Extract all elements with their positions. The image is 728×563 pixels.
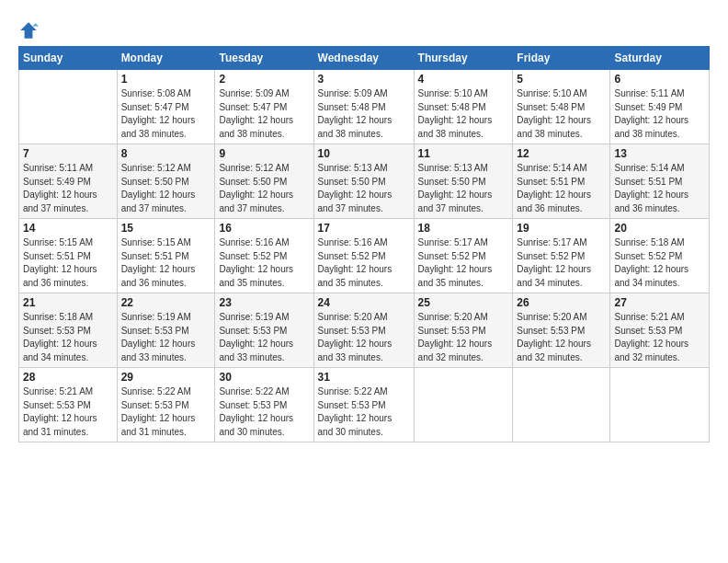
day-number: 29 [121, 371, 211, 384]
day-cell: 4Sunrise: 5:10 AM Sunset: 5:48 PM Daylig… [414, 70, 513, 144]
day-number: 20 [614, 222, 705, 235]
day-cell: 25Sunrise: 5:20 AM Sunset: 5:53 PM Dayli… [414, 293, 513, 368]
week-row-4: 21Sunrise: 5:18 AM Sunset: 5:53 PM Dayli… [19, 293, 710, 368]
day-number: 4 [418, 73, 509, 86]
day-number: 31 [318, 371, 410, 384]
day-cell: 10Sunrise: 5:13 AM Sunset: 5:50 PM Dayli… [313, 144, 414, 219]
week-row-5: 28Sunrise: 5:21 AM Sunset: 5:53 PM Dayli… [19, 368, 710, 442]
day-number: 11 [418, 147, 509, 160]
day-number: 22 [121, 296, 211, 309]
day-number: 5 [517, 73, 606, 86]
day-number: 14 [23, 222, 113, 235]
day-cell: 13Sunrise: 5:14 AM Sunset: 5:51 PM Dayli… [610, 144, 710, 219]
day-cell: 12Sunrise: 5:14 AM Sunset: 5:51 PM Dayli… [513, 144, 610, 219]
day-number: 1 [121, 73, 211, 86]
day-cell: 8Sunrise: 5:12 AM Sunset: 5:50 PM Daylig… [117, 144, 215, 219]
week-row-3: 14Sunrise: 5:15 AM Sunset: 5:51 PM Dayli… [19, 219, 710, 293]
day-cell: 9Sunrise: 5:12 AM Sunset: 5:50 PM Daylig… [215, 144, 313, 219]
day-number: 18 [418, 222, 509, 235]
day-number: 21 [23, 296, 113, 309]
day-detail: Sunrise: 5:16 AM Sunset: 5:52 PM Dayligh… [318, 236, 410, 290]
svg-marker-1 [32, 23, 39, 26]
day-number: 7 [23, 147, 113, 160]
day-number: 23 [219, 296, 309, 309]
day-cell: 1Sunrise: 5:08 AM Sunset: 5:47 PM Daylig… [117, 70, 215, 144]
header-cell-tuesday: Tuesday [215, 47, 313, 70]
day-cell: 28Sunrise: 5:21 AM Sunset: 5:53 PM Dayli… [19, 368, 118, 442]
day-cell: 5Sunrise: 5:10 AM Sunset: 5:48 PM Daylig… [513, 70, 610, 144]
day-detail: Sunrise: 5:13 AM Sunset: 5:50 PM Dayligh… [318, 162, 410, 215]
day-number: 25 [418, 296, 509, 309]
day-number: 9 [219, 147, 309, 160]
day-detail: Sunrise: 5:12 AM Sunset: 5:50 PM Dayligh… [219, 162, 309, 215]
day-detail: Sunrise: 5:16 AM Sunset: 5:52 PM Dayligh… [219, 236, 309, 290]
day-detail: Sunrise: 5:10 AM Sunset: 5:48 PM Dayligh… [517, 87, 606, 141]
day-cell: 19Sunrise: 5:17 AM Sunset: 5:52 PM Dayli… [513, 219, 610, 293]
day-number: 6 [614, 73, 705, 86]
day-detail: Sunrise: 5:09 AM Sunset: 5:47 PM Dayligh… [219, 87, 309, 141]
day-detail: Sunrise: 5:22 AM Sunset: 5:53 PM Dayligh… [121, 385, 211, 439]
day-cell: 6Sunrise: 5:11 AM Sunset: 5:49 PM Daylig… [610, 70, 710, 144]
day-cell: 16Sunrise: 5:16 AM Sunset: 5:52 PM Dayli… [215, 219, 313, 293]
page: SundayMondayTuesdayWednesdayThursdayFrid… [0, 0, 728, 452]
logo-icon [18, 20, 39, 40]
day-detail: Sunrise: 5:11 AM Sunset: 5:49 PM Dayligh… [23, 162, 113, 215]
day-number: 27 [614, 296, 705, 309]
header [18, 17, 710, 40]
header-row: SundayMondayTuesdayWednesdayThursdayFrid… [19, 47, 710, 70]
calendar-header: SundayMondayTuesdayWednesdayThursdayFrid… [19, 47, 710, 70]
day-number: 30 [219, 371, 309, 384]
day-detail: Sunrise: 5:18 AM Sunset: 5:53 PM Dayligh… [23, 311, 113, 364]
day-cell: 3Sunrise: 5:09 AM Sunset: 5:48 PM Daylig… [313, 70, 414, 144]
day-detail: Sunrise: 5:13 AM Sunset: 5:50 PM Dayligh… [418, 162, 509, 215]
header-cell-sunday: Sunday [19, 47, 118, 70]
day-number: 28 [23, 371, 113, 384]
day-detail: Sunrise: 5:21 AM Sunset: 5:53 PM Dayligh… [614, 311, 705, 364]
day-cell: 14Sunrise: 5:15 AM Sunset: 5:51 PM Dayli… [19, 219, 118, 293]
day-detail: Sunrise: 5:11 AM Sunset: 5:49 PM Dayligh… [614, 87, 705, 141]
day-detail: Sunrise: 5:21 AM Sunset: 5:53 PM Dayligh… [23, 385, 113, 439]
day-cell: 30Sunrise: 5:22 AM Sunset: 5:53 PM Dayli… [215, 368, 313, 442]
calendar-table: SundayMondayTuesdayWednesdayThursdayFrid… [18, 46, 710, 442]
day-detail: Sunrise: 5:18 AM Sunset: 5:52 PM Dayligh… [614, 236, 705, 290]
header-cell-wednesday: Wednesday [313, 47, 414, 70]
day-number: 19 [517, 222, 606, 235]
day-cell: 21Sunrise: 5:18 AM Sunset: 5:53 PM Dayli… [19, 293, 118, 368]
day-cell: 24Sunrise: 5:20 AM Sunset: 5:53 PM Dayli… [313, 293, 414, 368]
svg-marker-0 [20, 22, 37, 39]
day-cell: 27Sunrise: 5:21 AM Sunset: 5:53 PM Dayli… [610, 293, 710, 368]
day-cell: 7Sunrise: 5:11 AM Sunset: 5:49 PM Daylig… [19, 144, 118, 219]
day-cell: 20Sunrise: 5:18 AM Sunset: 5:52 PM Dayli… [610, 219, 710, 293]
day-detail: Sunrise: 5:12 AM Sunset: 5:50 PM Dayligh… [121, 162, 211, 215]
day-detail: Sunrise: 5:19 AM Sunset: 5:53 PM Dayligh… [121, 311, 211, 364]
day-cell: 31Sunrise: 5:22 AM Sunset: 5:53 PM Dayli… [313, 368, 414, 442]
day-detail: Sunrise: 5:20 AM Sunset: 5:53 PM Dayligh… [517, 311, 606, 364]
day-detail: Sunrise: 5:14 AM Sunset: 5:51 PM Dayligh… [517, 162, 606, 215]
day-number: 10 [318, 147, 410, 160]
day-cell: 17Sunrise: 5:16 AM Sunset: 5:52 PM Dayli… [313, 219, 414, 293]
day-cell [19, 70, 118, 144]
day-cell [414, 368, 513, 442]
day-detail: Sunrise: 5:15 AM Sunset: 5:51 PM Dayligh… [121, 236, 211, 290]
day-detail: Sunrise: 5:22 AM Sunset: 5:53 PM Dayligh… [219, 385, 309, 439]
day-cell: 26Sunrise: 5:20 AM Sunset: 5:53 PM Dayli… [513, 293, 610, 368]
day-number: 3 [318, 73, 410, 86]
day-number: 24 [318, 296, 410, 309]
week-row-2: 7Sunrise: 5:11 AM Sunset: 5:49 PM Daylig… [19, 144, 710, 219]
calendar-body: 1Sunrise: 5:08 AM Sunset: 5:47 PM Daylig… [19, 70, 710, 442]
day-number: 26 [517, 296, 606, 309]
header-cell-saturday: Saturday [610, 47, 710, 70]
day-detail: Sunrise: 5:10 AM Sunset: 5:48 PM Dayligh… [418, 87, 509, 141]
day-cell: 11Sunrise: 5:13 AM Sunset: 5:50 PM Dayli… [414, 144, 513, 219]
day-number: 16 [219, 222, 309, 235]
day-cell: 22Sunrise: 5:19 AM Sunset: 5:53 PM Dayli… [117, 293, 215, 368]
day-detail: Sunrise: 5:15 AM Sunset: 5:51 PM Dayligh… [23, 236, 113, 290]
day-detail: Sunrise: 5:08 AM Sunset: 5:47 PM Dayligh… [121, 87, 211, 141]
day-cell [513, 368, 610, 442]
day-cell: 15Sunrise: 5:15 AM Sunset: 5:51 PM Dayli… [117, 219, 215, 293]
header-cell-monday: Monday [117, 47, 215, 70]
logo [18, 20, 42, 40]
day-detail: Sunrise: 5:20 AM Sunset: 5:53 PM Dayligh… [318, 311, 410, 364]
day-cell: 18Sunrise: 5:17 AM Sunset: 5:52 PM Dayli… [414, 219, 513, 293]
day-cell: 2Sunrise: 5:09 AM Sunset: 5:47 PM Daylig… [215, 70, 313, 144]
